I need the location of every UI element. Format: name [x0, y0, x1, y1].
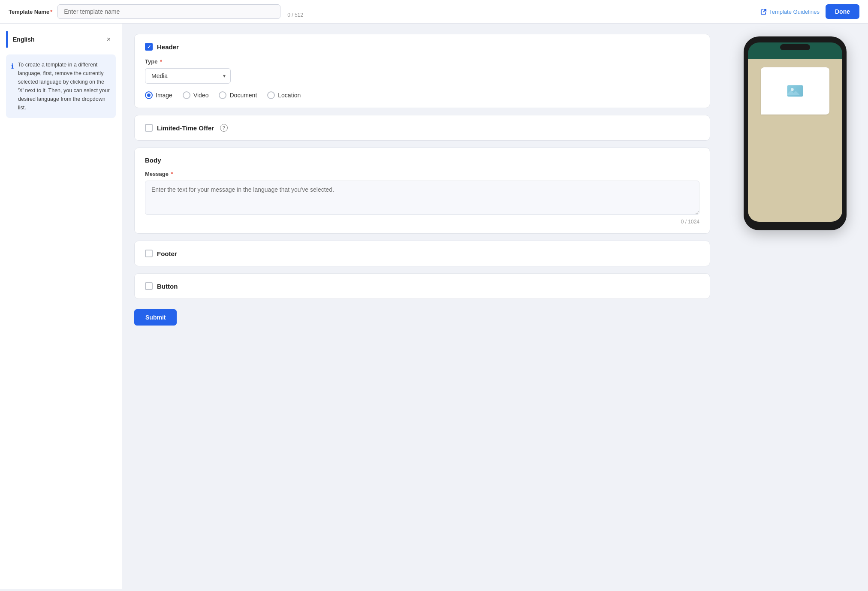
type-row: Type * Media None Text ▾ — [145, 58, 699, 84]
header-section-title: ✓ Header — [145, 43, 699, 51]
button-title: Button — [157, 283, 178, 290]
phone-image-bubble — [761, 67, 829, 115]
lto-section-title: Limited-Time Offer ? — [145, 124, 699, 132]
info-text: To create a template in a different lang… — [18, 60, 111, 112]
limited-time-offer-card: Limited-Time Offer ? — [134, 115, 710, 141]
phone-chat-area — [748, 59, 842, 222]
template-name-label: Template Name* — [9, 9, 52, 15]
radio-image-label: Image — [156, 92, 172, 99]
language-tag: English × — [6, 31, 116, 48]
info-box: ℹ To create a template in a different la… — [6, 54, 116, 118]
top-bar-right: Template Guidelines Done — [760, 4, 859, 19]
phone-preview — [722, 24, 868, 589]
template-name-input[interactable] — [57, 4, 280, 19]
footer-checkbox[interactable] — [145, 250, 153, 257]
required-star: * — [50, 9, 52, 15]
submit-button[interactable]: Submit — [134, 309, 177, 326]
lto-checkbox[interactable] — [145, 124, 153, 132]
lto-title: Limited-Time Offer — [157, 124, 214, 132]
message-char-count: 0 / 1024 — [145, 219, 699, 225]
radio-video-label: Video — [193, 92, 209, 99]
header-checkbox-check: ✓ — [147, 45, 151, 49]
message-required-star: * — [171, 171, 173, 177]
phone-notch — [780, 44, 810, 50]
done-button[interactable]: Done — [826, 4, 859, 19]
radio-location-label: Location — [278, 92, 301, 99]
phone-image-placeholder-icon — [787, 82, 804, 100]
radio-video[interactable]: Video — [183, 91, 209, 99]
radio-location-circle — [267, 91, 275, 99]
message-textarea[interactable] — [145, 181, 699, 215]
body-card: Body Message * 0 / 1024 — [134, 148, 710, 234]
footer-section-title: Footer — [145, 250, 699, 257]
radio-image[interactable]: Image — [145, 91, 172, 99]
radio-document[interactable]: Document — [219, 91, 257, 99]
radio-document-label: Document — [229, 92, 257, 99]
button-card: Button — [134, 273, 710, 299]
header-title: Header — [157, 43, 179, 51]
template-name-char-count: 0 / 512 — [287, 12, 303, 19]
type-select[interactable]: Media None Text — [145, 68, 231, 84]
header-card: ✓ Header Type * Media None Text ▾ — [134, 34, 710, 108]
sidebar: English × ℹ To create a template in a di… — [0, 24, 122, 589]
footer-title: Footer — [157, 250, 177, 257]
template-guidelines-link[interactable]: Template Guidelines — [760, 9, 820, 15]
external-link-icon — [760, 9, 767, 15]
radio-location[interactable]: Location — [267, 91, 301, 99]
content-area: ✓ Header Type * Media None Text ▾ — [122, 24, 722, 589]
language-close-button[interactable]: × — [107, 36, 111, 43]
phone-screen — [748, 59, 842, 222]
phone-frame — [744, 36, 847, 230]
button-section-title: Button — [145, 282, 699, 290]
info-icon: ℹ — [11, 61, 14, 112]
lto-help-icon: ? — [220, 124, 228, 132]
svg-point-2 — [791, 88, 794, 91]
language-label: English — [13, 36, 35, 43]
type-required-star: * — [160, 58, 162, 65]
media-type-radio-group: Image Video Document Location — [145, 91, 699, 99]
footer-card: Footer — [134, 241, 710, 266]
body-title: Body — [145, 157, 699, 164]
radio-image-dot — [147, 93, 151, 97]
type-label: Type * — [145, 58, 699, 65]
button-checkbox[interactable] — [145, 282, 153, 290]
top-bar: Template Name* 0 / 512 Template Guidelin… — [0, 0, 868, 24]
phone-notch-bar — [748, 42, 842, 59]
main-layout: English × ℹ To create a template in a di… — [0, 24, 868, 589]
radio-video-circle — [183, 91, 190, 99]
radio-document-circle — [219, 91, 226, 99]
radio-image-circle — [145, 91, 153, 99]
message-label: Message * — [145, 171, 699, 177]
header-checkbox[interactable]: ✓ — [145, 43, 153, 51]
type-select-wrapper: Media None Text ▾ — [145, 68, 231, 84]
